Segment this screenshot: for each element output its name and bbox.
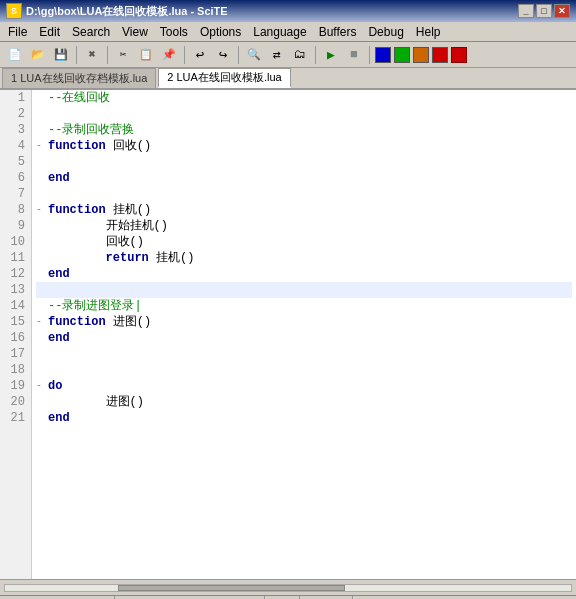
toolbar-sep-1: [76, 46, 77, 64]
code-line: [36, 346, 572, 362]
fold-marker[interactable]: -: [36, 202, 46, 218]
save-button[interactable]: 💾: [50, 44, 72, 66]
stop-button[interactable]: ■: [343, 44, 365, 66]
menu-bar: File Edit Search View Tools Options Lang…: [0, 22, 576, 42]
hscroll-thumb[interactable]: [118, 585, 344, 591]
line-numbers-gutter: 123456789101112131415161718192021: [0, 90, 32, 579]
indent: [48, 250, 106, 266]
fold-marker: [36, 154, 46, 170]
new-icon: 📄: [8, 48, 22, 61]
code-line: [36, 154, 572, 170]
menu-view[interactable]: View: [116, 22, 154, 41]
code-line: [36, 362, 572, 378]
menu-options[interactable]: Options: [194, 22, 247, 41]
line-number: 5: [4, 154, 25, 170]
tab-2[interactable]: 2 LUA在线回收模板.lua: [158, 68, 290, 88]
code-line: --录制进图登录|: [36, 298, 572, 314]
hscroll-track[interactable]: [4, 584, 572, 592]
code-line: 进图(): [36, 394, 572, 410]
undo-icon: ↩: [196, 46, 204, 63]
save-icon: 💾: [54, 48, 68, 61]
fold-marker: [36, 186, 46, 202]
line-number: 14: [4, 298, 25, 314]
line-number: 8: [4, 202, 25, 218]
color3-button[interactable]: [413, 47, 429, 63]
code-token-normal: 开始挂机(): [106, 218, 168, 234]
menu-search[interactable]: Search: [66, 22, 116, 41]
fold-marker: [36, 234, 46, 250]
code-line: --录制回收营换: [36, 122, 572, 138]
menu-tools[interactable]: Tools: [154, 22, 194, 41]
hscrollbar[interactable]: [0, 579, 576, 595]
tab-1-label: 1 LUA在线回收存档模板.lua: [11, 71, 147, 86]
color1-button[interactable]: [375, 47, 391, 63]
toolbar-sep-2: [107, 46, 108, 64]
find-icon: 🔍: [247, 48, 261, 61]
code-line: end: [36, 330, 572, 346]
redo-button[interactable]: ↪: [212, 44, 234, 66]
line-number: 4: [4, 138, 25, 154]
color4-button[interactable]: [432, 47, 448, 63]
fold-marker[interactable]: -: [36, 378, 46, 394]
line-number: 19: [4, 378, 25, 394]
line-number: 16: [4, 330, 25, 346]
title-controls: _ □ ✕: [518, 4, 570, 18]
cut-button[interactable]: ✂: [112, 44, 134, 66]
menu-help[interactable]: Help: [410, 22, 447, 41]
menu-buffers[interactable]: Buffers: [313, 22, 363, 41]
color5-button[interactable]: [451, 47, 467, 63]
line-number: 21: [4, 410, 25, 426]
fold-marker[interactable]: -: [36, 138, 46, 154]
find-button[interactable]: 🔍: [243, 44, 265, 66]
findinfiles-button[interactable]: 🗂: [289, 44, 311, 66]
code-line: --在线回收: [36, 90, 572, 106]
build-button[interactable]: ▶: [320, 44, 342, 66]
code-line: -function 挂机(): [36, 202, 572, 218]
code-token-comment: --在线回收: [48, 90, 110, 106]
replace-button[interactable]: ⇄: [266, 44, 288, 66]
color2-button[interactable]: [394, 47, 410, 63]
menu-debug[interactable]: Debug: [362, 22, 409, 41]
paste-button[interactable]: 📌: [158, 44, 180, 66]
code-token-normal: 进图(): [106, 394, 144, 410]
code-line: -function 进图(): [36, 314, 572, 330]
code-line: -function 回收(): [36, 138, 572, 154]
tabs-bar: 1 LUA在线回收存档模板.lua 2 LUA在线回收模板.lua: [0, 68, 576, 90]
line-number: 12: [4, 266, 25, 282]
tab-1[interactable]: 1 LUA在线回收存档模板.lua: [2, 68, 156, 88]
app-icon: S: [6, 3, 22, 19]
menu-edit[interactable]: Edit: [33, 22, 66, 41]
maximize-button[interactable]: □: [536, 4, 552, 18]
line-number: 9: [4, 218, 25, 234]
undo-button[interactable]: ↩: [189, 44, 211, 66]
close-button[interactable]: ✕: [554, 4, 570, 18]
menu-language[interactable]: Language: [247, 22, 312, 41]
code-token-kw: end: [48, 330, 70, 346]
fold-marker: [36, 394, 46, 410]
code-token-normal: 挂机(): [106, 202, 152, 218]
fold-marker: [36, 330, 46, 346]
open-button[interactable]: 📂: [27, 44, 49, 66]
code-line: end: [36, 170, 572, 186]
code-token-kw: function: [48, 138, 106, 154]
code-line: [36, 282, 572, 298]
line-number: 20: [4, 394, 25, 410]
close-file-button[interactable]: ✖: [81, 44, 103, 66]
code-token-kw: end: [48, 170, 70, 186]
code-token-normal: 挂机(): [149, 250, 195, 266]
fold-marker[interactable]: -: [36, 314, 46, 330]
code-token-normal: 回收(): [106, 138, 152, 154]
new-button[interactable]: 📄: [4, 44, 26, 66]
toolbar: 📄 📂 💾 ✖ ✂ 📋 📌 ↩ ↪ 🔍 ⇄ 🗂 ▶ ■: [0, 42, 576, 68]
close-file-icon: ✖: [88, 47, 95, 62]
indent: [48, 394, 106, 410]
code-token-comment: --录制进图登录|: [48, 298, 142, 314]
code-editor[interactable]: --在线回收 --录制回收营换-function 回收() end -funct…: [32, 90, 576, 579]
copy-button[interactable]: 📋: [135, 44, 157, 66]
menu-file[interactable]: File: [2, 22, 33, 41]
fold-marker: [36, 362, 46, 378]
toolbar-sep-4: [238, 46, 239, 64]
minimize-button[interactable]: _: [518, 4, 534, 18]
line-number: 7: [4, 186, 25, 202]
window-title: D:\gg\box\LUA在线回收模板.lua - SciTE: [26, 4, 228, 19]
